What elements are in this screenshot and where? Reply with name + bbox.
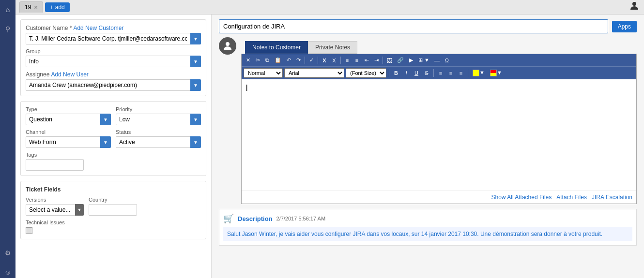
priority-select-wrapper: Low ▼: [116, 114, 201, 125]
attach-files-link[interactable]: Attach Files: [556, 194, 587, 201]
home-icon[interactable]: ⌂: [2, 4, 14, 15]
sub-x-btn[interactable]: X: [330, 57, 338, 64]
tags-input[interactable]: [26, 159, 84, 171]
ticket-details-section: Type Question ▼ Priority: [20, 101, 206, 176]
sidebar-icons: ⌂ ⚲ ⚙ ☺: [0, 0, 15, 278]
right-panel: Apps Notes to Customer Private Notes: [212, 15, 644, 278]
type-select-wrapper: Question ▼: [26, 114, 111, 125]
toolbar-sep7: [468, 69, 468, 77]
image-btn[interactable]: 🖼: [385, 57, 394, 64]
versions-select-wrapper: Select a value... ▼: [26, 204, 84, 216]
country-input[interactable]: [89, 204, 137, 216]
file-actions-row: Show All Attached Files Attach Files JIR…: [242, 190, 636, 204]
editor-container: ✕ ✂ ⧉ 📋 ↶ ↷ ✓ X X: [241, 54, 637, 204]
type-group: Type Question ▼: [26, 106, 111, 125]
show-all-files-link[interactable]: Show All Attached Files: [491, 194, 552, 201]
redo-btn[interactable]: ↶: [284, 56, 293, 64]
editor-body[interactable]: I: [242, 79, 636, 190]
group-select-wrapper: Info ▼: [26, 56, 201, 67]
versions-dropdown-arrow: ▼: [75, 204, 84, 216]
copy-btn[interactable]: ⧉: [263, 56, 272, 64]
svg-point-0: [632, 2, 636, 6]
versions-country-row: Versions Select a value... ▼ Country: [26, 197, 201, 216]
ticket-fields-section: Ticket Fields Versions Select a value...…: [20, 181, 206, 239]
channel-group: Channel Web Form ▼: [26, 129, 111, 148]
settings-icon[interactable]: ⚙: [2, 247, 14, 259]
group-label: Group: [26, 48, 201, 54]
indent-btn[interactable]: ⇤: [362, 56, 371, 64]
technical-issues-label: Technical Issues: [26, 219, 201, 225]
customer-section: Customer Name * Add New Customer ▼ Group…: [20, 19, 206, 96]
link-btn[interactable]: 🔗: [395, 56, 406, 64]
font-size-select[interactable]: (Font Size) 8 10 12 14: [346, 68, 386, 78]
outdent-btn[interactable]: ⇥: [372, 56, 381, 64]
tab-close-icon[interactable]: ✕: [34, 5, 38, 10]
user-icon[interactable]: ☺: [2, 266, 14, 278]
type-select[interactable]: Question: [26, 114, 111, 125]
spell-btn[interactable]: ✓: [307, 56, 316, 64]
add-new-customer-link[interactable]: Add New Customer: [73, 25, 123, 31]
status-select-wrapper: Active ▼: [116, 136, 201, 148]
customer-select-wrapper: ▼: [26, 33, 201, 44]
ul-btn[interactable]: ≡: [353, 57, 361, 64]
technical-issues-checkbox[interactable]: [26, 227, 32, 234]
priority-select[interactable]: Low: [116, 114, 201, 125]
status-select[interactable]: Active: [116, 136, 201, 148]
notes-tab-bar: Notes to Customer Private Notes: [241, 37, 637, 54]
ticket-title-input[interactable]: [219, 19, 608, 33]
undo-btn[interactable]: ✕: [244, 56, 252, 64]
underline-btn[interactable]: U: [412, 69, 421, 77]
description-header: 🛒 Description 2/7/2017 5:56:17 AM: [223, 213, 632, 224]
highlight-color-swatch: [473, 70, 479, 76]
assignee-label: Assignee Add New User: [26, 71, 201, 78]
private-notes-tab[interactable]: Private Notes: [308, 41, 357, 54]
status-label: Status: [116, 129, 201, 135]
paste-btn[interactable]: 📋: [273, 56, 283, 64]
hr-btn[interactable]: —: [432, 57, 442, 64]
format-select[interactable]: Normal Heading 1 Heading 2: [244, 68, 283, 78]
active-tab[interactable]: 19 ✕: [19, 1, 43, 13]
top-bar: 19 ✕ + add: [15, 0, 644, 15]
customer-input[interactable]: [26, 33, 201, 44]
ol-btn[interactable]: ≡: [343, 57, 352, 64]
tab-label: 19: [25, 4, 31, 11]
font-select[interactable]: Arial Times New Roman: [284, 68, 344, 78]
bold-btn[interactable]: B: [392, 69, 400, 77]
italic-btn[interactable]: I: [402, 69, 411, 77]
notes-to-customer-tab[interactable]: Notes to Customer: [245, 41, 308, 54]
table-btn[interactable]: ⊞ ▼: [416, 56, 431, 64]
special-btn[interactable]: Ω: [443, 57, 451, 64]
notes-editor-area: Notes to Customer Private Notes ✕ ✂ ⧉ 📋 …: [241, 37, 637, 204]
cut-btn[interactable]: ✂: [253, 56, 262, 64]
add-tab-button[interactable]: + add: [45, 2, 69, 12]
group-select[interactable]: Info: [26, 56, 201, 67]
bold-x-btn[interactable]: X: [320, 57, 329, 64]
user-avatar: [219, 37, 236, 55]
apps-button[interactable]: Apps: [612, 21, 637, 32]
channel-select[interactable]: Web Form: [26, 136, 111, 148]
editor-toolbar-row1: ✕ ✂ ⧉ 📋 ↶ ↷ ✓ X X: [242, 54, 636, 66]
undo2-btn[interactable]: ↷: [294, 56, 303, 64]
strikethrough-btn[interactable]: S: [422, 69, 431, 77]
assignee-select[interactable]: Amanda Crew (amacrew@piedpiper.com): [26, 79, 201, 91]
jira-escalation-link[interactable]: JIRA Escalation: [592, 194, 632, 201]
status-group: Status Active ▼: [116, 129, 201, 148]
priority-group: Priority Low ▼: [116, 106, 201, 125]
text-color-btn[interactable]: ▼: [488, 69, 504, 77]
versions-group: Versions Select a value... ▼: [26, 197, 84, 216]
align-right-btn[interactable]: ≡: [457, 69, 465, 77]
text-color-swatch: [490, 70, 497, 76]
description-title: Description: [238, 215, 273, 222]
align-left-btn[interactable]: ≡: [436, 69, 445, 77]
country-label: Country: [89, 197, 137, 203]
media-btn[interactable]: ▶: [407, 56, 415, 64]
ticket-fields-title: Ticket Fields: [26, 186, 201, 193]
user-avatar-icon[interactable]: [629, 0, 640, 14]
add-new-user-link[interactable]: Add New User: [51, 71, 88, 78]
align-center-btn[interactable]: ≡: [446, 69, 455, 77]
priority-label: Priority: [116, 106, 201, 112]
cursor-indicator: I: [245, 83, 248, 93]
highlight-btn[interactable]: ▼: [471, 69, 487, 77]
search-icon[interactable]: ⚲: [2, 23, 14, 35]
description-timestamp: 2/7/2017 5:56:17 AM: [276, 216, 326, 221]
